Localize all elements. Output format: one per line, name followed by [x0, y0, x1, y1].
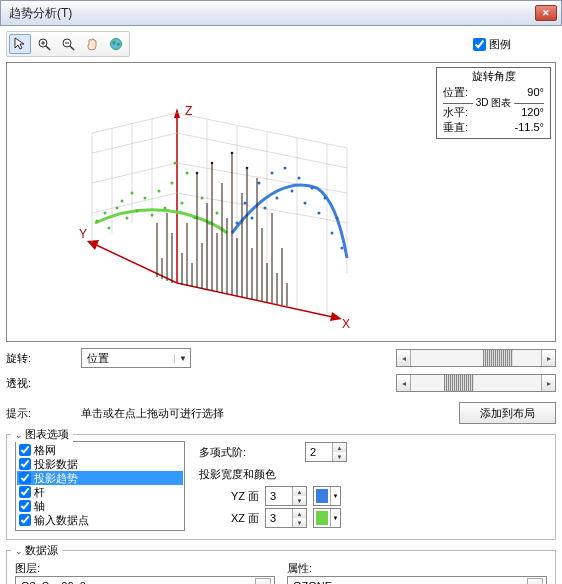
svg-point-63: [291, 190, 294, 193]
svg-point-46: [164, 207, 167, 210]
svg-point-50: [186, 172, 189, 175]
svg-line-30: [92, 163, 177, 183]
perspective-slider[interactable]: ◂ ▸: [396, 374, 556, 392]
svg-line-19: [177, 113, 347, 148]
yz-color-picker[interactable]: ▼: [313, 486, 341, 506]
svg-line-34: [177, 133, 347, 168]
svg-point-99: [211, 162, 214, 165]
svg-point-101: [246, 167, 249, 170]
svg-point-58: [258, 182, 261, 185]
collapse-icon[interactable]: ⌄: [15, 430, 23, 440]
svg-point-48: [174, 162, 177, 165]
svg-point-39: [121, 200, 124, 203]
title-bar: 趋势分析(T) ✕: [0, 0, 562, 26]
checklist-item[interactable]: 输入数据点: [17, 513, 183, 527]
globe-tool[interactable]: [105, 34, 127, 54]
chart-options-list[interactable]: 格网投影数据投影趋势杆轴输入数据点: [15, 441, 185, 531]
width-color-label: 投影宽度和颜色: [199, 467, 276, 482]
chart-3d: Z X Y: [37, 73, 417, 333]
yz-width-spinner[interactable]: 3▲▼: [265, 486, 307, 506]
svg-point-62: [284, 167, 287, 170]
rotate-dropdown[interactable]: 位置 ▼: [81, 348, 191, 368]
legend-checkbox-input[interactable]: [473, 38, 486, 51]
svg-point-60: [271, 172, 274, 175]
xz-width-spinner[interactable]: 3▲▼: [265, 508, 307, 528]
svg-point-67: [318, 212, 321, 215]
checklist-item[interactable]: 格网: [17, 443, 183, 457]
rotate-slider[interactable]: ◂ ▸: [396, 349, 556, 367]
svg-point-49: [181, 202, 184, 205]
svg-point-53: [208, 222, 211, 225]
svg-text:X: X: [342, 317, 350, 331]
attribute-combo[interactable]: OZONE ▼: [287, 576, 547, 584]
svg-point-69: [331, 232, 334, 235]
rotation-angle-panel: 旋转角度 位置:90° 3D 图表 水平:120° 垂直:-11.5°: [436, 67, 551, 139]
checklist-item[interactable]: 投影数据: [17, 457, 183, 471]
svg-point-57: [251, 217, 254, 220]
legend-checkbox[interactable]: 图例: [473, 37, 511, 52]
svg-line-33: [177, 163, 347, 193]
chevron-down-icon: ▼: [255, 578, 271, 584]
hint-label: 提示:: [6, 406, 81, 421]
add-to-layout-button[interactable]: 添加到布局: [459, 402, 556, 424]
svg-point-40: [126, 217, 129, 220]
svg-line-31: [92, 133, 177, 153]
svg-point-35: [96, 220, 99, 223]
chevron-down-icon: ▼: [527, 578, 543, 584]
svg-point-36: [104, 212, 107, 215]
poly-order-label: 多项式阶:: [199, 445, 299, 460]
svg-point-98: [196, 172, 199, 175]
legend-label: 图例: [489, 37, 511, 52]
slider-left[interactable]: ◂: [397, 350, 411, 366]
svg-point-37: [108, 227, 111, 230]
svg-point-43: [144, 197, 147, 200]
collapse-icon[interactable]: ⌄: [15, 546, 23, 556]
svg-line-14: [92, 243, 177, 283]
window-title: 趋势分析(T): [9, 5, 535, 22]
svg-point-70: [336, 217, 339, 220]
slider-right[interactable]: ▸: [541, 350, 555, 366]
checklist-item[interactable]: 投影趋势: [17, 471, 183, 485]
checklist-item[interactable]: 杆: [17, 485, 183, 499]
slider-right[interactable]: ▸: [541, 375, 555, 391]
datasource-fieldset: ⌄数据源 图层: O3_Sep06_3pm ▼ 属性: OZONE ▼: [6, 550, 556, 584]
svg-marker-12: [330, 312, 342, 321]
svg-point-61: [276, 197, 279, 200]
svg-point-41: [131, 192, 134, 195]
svg-line-5: [70, 46, 74, 50]
svg-point-55: [236, 222, 239, 225]
svg-point-59: [264, 207, 267, 210]
poly-order-spinner[interactable]: 2 ▲▼: [305, 442, 347, 462]
hint-text: 单击或在点上拖动可进行选择: [81, 406, 224, 421]
pan-tool[interactable]: [81, 34, 103, 54]
svg-point-42: [136, 210, 139, 213]
layer-combo[interactable]: O3_Sep06_3pm ▼: [15, 576, 275, 584]
checklist-item[interactable]: 轴: [17, 499, 183, 513]
angle-title: 旋转角度: [437, 68, 550, 85]
svg-point-100: [231, 152, 234, 155]
layer-label: 图层:: [15, 561, 275, 576]
svg-point-71: [341, 247, 344, 250]
zoom-in-tool[interactable]: [33, 34, 55, 54]
pointer-tool[interactable]: [9, 34, 31, 54]
chart-options-fieldset: ⌄图表选项 格网投影数据投影趋势杆轴输入数据点 多项式阶: 2 ▲▼ 投影宽度和…: [6, 434, 556, 540]
svg-point-64: [298, 177, 301, 180]
zoom-out-tool[interactable]: [57, 34, 79, 54]
svg-point-66: [311, 187, 314, 190]
plot-area[interactable]: Z X Y: [6, 62, 556, 342]
close-button[interactable]: ✕: [535, 5, 557, 21]
svg-point-65: [304, 202, 307, 205]
svg-point-56: [244, 202, 247, 205]
xz-color-picker[interactable]: ▼: [313, 508, 341, 528]
svg-point-38: [116, 207, 119, 210]
chevron-down-icon: ▼: [174, 354, 187, 363]
rotate-label: 旋转:: [6, 351, 81, 366]
slider-left[interactable]: ◂: [397, 375, 411, 391]
perspective-label: 透视:: [6, 376, 81, 391]
svg-text:Y: Y: [79, 227, 87, 241]
svg-point-54: [216, 212, 219, 215]
svg-line-18: [92, 113, 177, 133]
svg-point-68: [324, 197, 327, 200]
svg-point-51: [194, 217, 197, 220]
svg-point-52: [201, 197, 204, 200]
